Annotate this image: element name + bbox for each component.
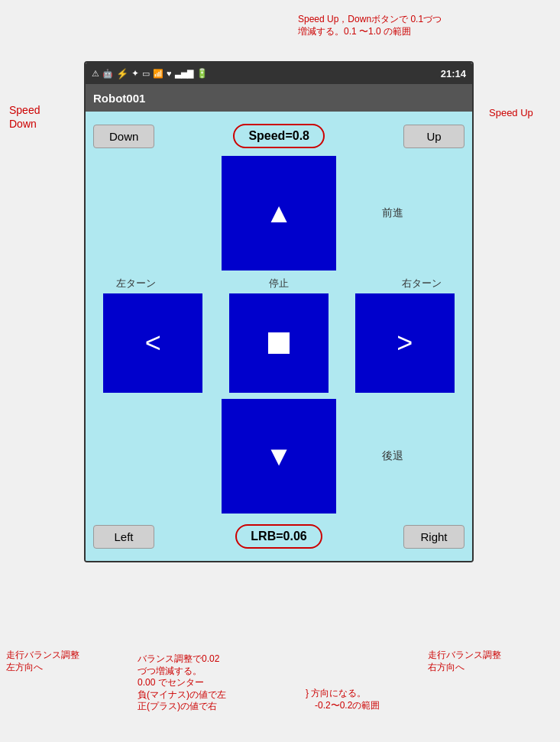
forward-button[interactable]: ▲ xyxy=(222,156,336,271)
stop-button[interactable] xyxy=(229,293,329,393)
stop-label: 停止 xyxy=(269,277,289,290)
annotation-speed-down: SpeedDown xyxy=(9,103,40,131)
middle-row: < > xyxy=(93,293,465,393)
signal-icon: ▃▅▇ xyxy=(175,69,193,79)
left-turn-label: 左ターン xyxy=(116,277,156,290)
right-arrow-icon: > xyxy=(397,327,413,359)
usb-icon: ⚡ xyxy=(116,68,128,79)
middle-section: 左ターン 停止 右ターン < > xyxy=(93,277,465,393)
right-turn-label: 右ターン xyxy=(402,277,442,290)
annotation-direction-note: } 方向になる。 -0.2〜0.2の範囲 xyxy=(306,688,380,711)
forward-label: 前進 xyxy=(382,206,403,220)
screen-icon: ▭ xyxy=(142,69,150,79)
usb2-icon: ✦ xyxy=(131,68,139,79)
annotation-balance-right: 走行バランス調整右方向へ xyxy=(428,650,501,673)
bottom-row: Left LRB=0.06 Right xyxy=(93,517,465,553)
phone-frame: ⚠ 🤖 ⚡ ✦ ▭ 📶 ♥ ▃▅▇ 🔋 21:14 Robot001 Down … xyxy=(84,61,474,562)
stop-square-icon xyxy=(268,332,290,354)
control-area: Down Speed=0.8 Up ▲ 前進 左ターン 停止 右ターン < xyxy=(86,112,472,561)
warning-icon: ⚠ xyxy=(92,69,99,79)
android-icon: 🤖 xyxy=(102,69,113,79)
lrb-left-button[interactable]: Left xyxy=(93,525,154,549)
lrb-display: LRB=0.06 xyxy=(235,524,322,549)
speed-up-button[interactable]: Up xyxy=(403,125,465,148)
left-arrow-icon: < xyxy=(145,327,161,359)
wifi-icon: 📶 xyxy=(153,69,163,79)
heart-icon: ♥ xyxy=(167,69,172,78)
backward-label: 後退 xyxy=(382,449,403,463)
status-bar: ⚠ 🤖 ⚡ ✦ ▭ 📶 ♥ ▃▅▇ 🔋 21:14 xyxy=(86,63,472,84)
speed-display: Speed=0.8 xyxy=(233,124,325,148)
annotation-balance-info: バランス調整で0.02づつ増減する。0.00 でセンター負(マイナス)の値で左正… xyxy=(138,653,226,713)
right-turn-button[interactable]: > xyxy=(355,293,455,393)
app-title: Robot001 xyxy=(93,92,145,105)
backward-button[interactable]: ▼ xyxy=(222,399,336,514)
down-arrow-icon: ▼ xyxy=(265,440,293,472)
title-bar: Robot001 xyxy=(86,84,472,112)
lrb-right-button[interactable]: Right xyxy=(403,525,465,549)
status-icons: ⚠ 🤖 ⚡ ✦ ▭ 📶 ♥ ▃▅▇ 🔋 xyxy=(92,68,208,79)
annotation-speed-info: Speed Up，Downボタンで 0.1づつ増減する。0.1 〜1.0 の範囲 xyxy=(298,14,442,37)
status-time: 21:14 xyxy=(441,68,466,79)
annotation-balance-left: 走行バランス調整左方向へ xyxy=(6,650,79,673)
annotation-speed-up: Speed Up xyxy=(489,107,533,120)
mid-labels-row: 左ターン 停止 右ターン xyxy=(93,277,465,290)
battery-icon: 🔋 xyxy=(196,68,208,79)
backward-row: ▼ 後退 xyxy=(93,399,465,514)
speed-down-button[interactable]: Down xyxy=(93,125,154,148)
top-row: Down Speed=0.8 Up xyxy=(93,119,465,156)
up-arrow-icon: ▲ xyxy=(265,197,293,229)
left-turn-button[interactable]: < xyxy=(103,293,202,393)
forward-row: ▲ 前進 xyxy=(93,156,465,271)
